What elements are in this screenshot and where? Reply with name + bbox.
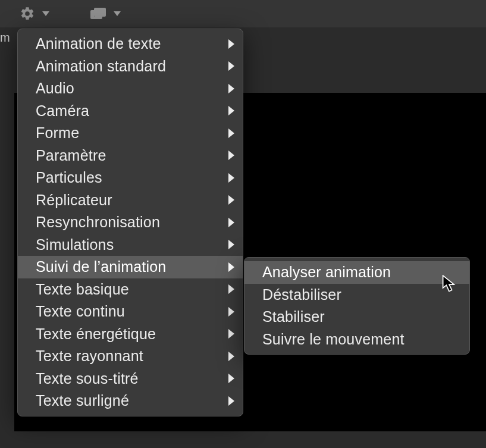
menu-item-animation-standard[interactable]: Animation standard: [18, 55, 243, 78]
gear-icon: [20, 6, 35, 21]
chevron-right-icon: [228, 195, 234, 205]
menu-item-animation-de-texte[interactable]: Animation de texte: [18, 33, 243, 55]
menu-item-texte-continu[interactable]: Texte continu: [18, 300, 243, 323]
menu-item-label: Resynchronisation: [36, 214, 160, 231]
menu-item-label: Audio: [36, 80, 74, 97]
menu-item-label: Animation standard: [36, 58, 166, 75]
menu-item-particules[interactable]: Particules: [18, 167, 243, 189]
chevron-right-icon: [228, 262, 234, 272]
menu-item-audio[interactable]: Audio: [18, 77, 243, 100]
menu-item-label: Texte sous-titré: [36, 370, 139, 387]
menu-item-label: Texte surligné: [36, 392, 129, 409]
gear-dropdown-button[interactable]: [8, 4, 61, 24]
chevron-right-icon: [228, 84, 234, 93]
menu-item-camera[interactable]: Caméra: [18, 100, 243, 123]
behavior-category-menu[interactable]: Animation de texte Animation standard Au…: [17, 29, 243, 416]
chevron-down-icon: [42, 11, 49, 16]
chevron-right-icon: [228, 284, 234, 294]
svg-rect-2: [94, 8, 106, 17]
chevron-right-icon: [228, 329, 234, 339]
chevron-right-icon: [228, 240, 234, 249]
chevron-right-icon: [228, 374, 234, 383]
menu-item-simulations[interactable]: Simulations: [18, 234, 243, 256]
chevron-right-icon: [228, 106, 234, 115]
menu-item-label: Paramètre: [36, 147, 106, 164]
chevron-right-icon: [228, 39, 234, 49]
menu-item-forme[interactable]: Forme: [18, 122, 243, 145]
menu-item-label: Caméra: [36, 102, 89, 120]
windows-dropdown-button[interactable]: [79, 4, 132, 24]
left-gutter: m: [0, 27, 14, 448]
menu-item-texte-surligne[interactable]: Texte surligné: [18, 390, 243, 412]
menu-item-texte-basique[interactable]: Texte basique: [18, 278, 243, 301]
behavior-submenu[interactable]: Analyser animation Déstabiliser Stabilis…: [244, 257, 470, 355]
menu-item-label: Texte basique: [36, 281, 129, 298]
chevron-right-icon: [228, 352, 234, 361]
chevron-right-icon: [228, 307, 234, 317]
submenu-item-label: Stabiliser: [262, 308, 325, 325]
toolbar: [0, 0, 486, 27]
menu-item-replicateur[interactable]: Réplicateur: [18, 189, 243, 212]
submenu-item-label: Déstabiliser: [262, 286, 341, 303]
submenu-item-suivre-le-mouvement[interactable]: Suivre le mouvement: [244, 328, 469, 351]
menu-item-texte-sous-titre[interactable]: Texte sous-titré: [18, 368, 243, 390]
menu-item-label: Texte continu: [36, 303, 125, 320]
menu-item-texte-rayonnant[interactable]: Texte rayonnant: [18, 345, 243, 368]
chevron-right-icon: [228, 61, 234, 71]
chevron-right-icon: [228, 151, 234, 160]
menu-item-label: Texte énergétique: [36, 325, 156, 343]
menu-item-texte-energetique[interactable]: Texte énergétique: [18, 323, 243, 346]
menu-item-label: Suivi de l’animation: [36, 258, 166, 275]
chevron-right-icon: [228, 396, 234, 406]
chevron-right-icon: [228, 173, 234, 183]
submenu-item-analyser-animation[interactable]: Analyser animation: [244, 261, 469, 284]
menu-item-label: Texte rayonnant: [36, 347, 143, 365]
menu-item-suivi-de-lanimation[interactable]: Suivi de l’animation: [18, 256, 243, 278]
menu-item-label: Simulations: [36, 236, 114, 253]
menu-item-label: Animation de texte: [36, 35, 161, 52]
submenu-item-label: Suivre le mouvement: [262, 331, 405, 348]
menu-item-resynchronisation[interactable]: Resynchronisation: [18, 211, 243, 234]
windows-icon: [90, 7, 106, 20]
truncated-label: m: [0, 31, 10, 45]
chevron-right-icon: [228, 129, 234, 138]
chevron-right-icon: [228, 218, 234, 227]
bottom-gutter: [14, 431, 486, 448]
menu-item-label: Particules: [36, 169, 102, 186]
submenu-item-label: Analyser animation: [262, 264, 391, 281]
menu-item-label: Forme: [36, 124, 79, 142]
submenu-item-destabiliser[interactable]: Déstabiliser: [244, 284, 469, 306]
chevron-down-icon: [114, 11, 121, 16]
menu-item-parametre[interactable]: Paramètre: [18, 145, 243, 167]
menu-item-label: Réplicateur: [36, 192, 112, 209]
submenu-item-stabiliser[interactable]: Stabiliser: [244, 306, 469, 328]
